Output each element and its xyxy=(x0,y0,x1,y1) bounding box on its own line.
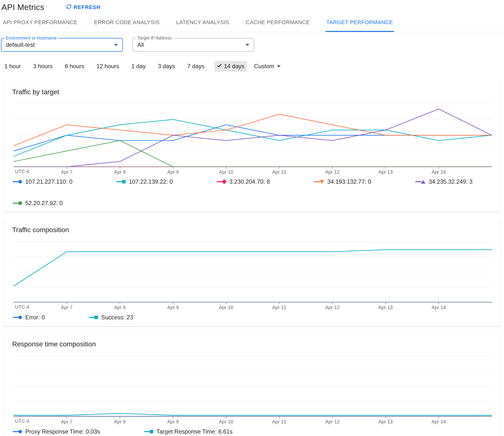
legend-item[interactable]: 52.20.27.92: 0 xyxy=(13,200,63,207)
chart-legend: Proxy Response Time: 0.03sTarget Respons… xyxy=(12,425,492,436)
legend-item[interactable]: 107.21.227.110: 0 xyxy=(13,178,73,185)
environment-select-label: Environment or Hostname xyxy=(4,36,58,41)
tabbar: API PROXY PERFORMANCEERROR CODE ANALYSIS… xyxy=(0,15,504,32)
svg-text:Apr 14: Apr 14 xyxy=(431,305,446,310)
refresh-icon xyxy=(66,4,72,11)
check-icon xyxy=(217,63,222,70)
environment-select-value: default-test xyxy=(6,41,114,48)
target-ip-select-label: Target IP Address xyxy=(136,36,173,41)
refresh-button[interactable]: REFRESH xyxy=(66,4,101,11)
svg-text:Apr 8: Apr 8 xyxy=(114,419,126,424)
time-range-row: 1 hour3 hours6 hours12 hours1 day3 days7… xyxy=(0,55,504,76)
svg-text:Apr 9: Apr 9 xyxy=(167,305,179,310)
legend-label: 107.21.227.110: 0 xyxy=(25,178,73,185)
chart-title: Traffic composition xyxy=(12,226,492,234)
svg-text:Apr 11: Apr 11 xyxy=(272,419,287,424)
svg-text:Apr 10: Apr 10 xyxy=(219,169,233,175)
chart-legend: Error: 0Success: 23 xyxy=(12,311,492,322)
legend-item[interactable]: Proxy Response Time: 0.03s xyxy=(13,428,100,435)
chart-card-response-time-composition: Response time compositionUTC-4Apr 7Apr 8… xyxy=(4,333,500,436)
chart-card-traffic-composition: Traffic compositionUTC-4Apr 7Apr 8Apr 9A… xyxy=(4,219,500,326)
chevron-down-icon xyxy=(114,44,118,46)
svg-text:Apr 7: Apr 7 xyxy=(61,305,73,310)
time-range-14-days[interactable]: 14 days xyxy=(214,61,247,72)
chart-plot: UTC-4Apr 7Apr 8Apr 9Apr 10Apr 11Apr 12Ap… xyxy=(12,355,492,425)
svg-text:Apr 13: Apr 13 xyxy=(378,169,393,175)
legend-label: 34.193.132.77: 0 xyxy=(327,178,371,185)
svg-text:Apr 12: Apr 12 xyxy=(325,305,340,310)
svg-text:Apr 13: Apr 13 xyxy=(378,419,393,424)
chart-legend: 107.21.227.110: 0107.22.139.22: 03.230.2… xyxy=(12,175,492,208)
environment-select[interactable]: Environment or Hostname default-test xyxy=(1,38,123,52)
svg-text:Apr 14: Apr 14 xyxy=(431,169,446,175)
legend-label: 34.235.32.249: 3 xyxy=(429,178,473,185)
chart-title: Traffic by target xyxy=(12,88,492,96)
legend-item[interactable]: 3.230.204.70: 8 xyxy=(217,178,270,185)
svg-text:UTC-4: UTC-4 xyxy=(15,304,29,310)
legend-item[interactable]: 107.22.139.22: 0 xyxy=(116,178,173,185)
time-range-custom[interactable]: Custom xyxy=(254,63,281,70)
time-range-7-days[interactable]: 7 days xyxy=(185,61,207,72)
time-range-6-hours[interactable]: 6 hours xyxy=(62,61,87,72)
legend-label: Proxy Response Time: 0.03s xyxy=(25,428,100,435)
tab-cache-performance[interactable]: CACHE PERFORMANCE xyxy=(245,15,311,32)
time-range-3-hours[interactable]: 3 hours xyxy=(31,61,55,72)
legend-item[interactable]: Error: 0 xyxy=(13,314,45,321)
svg-text:Apr 11: Apr 11 xyxy=(272,305,287,310)
legend-item[interactable]: 34.193.132.77: 0 xyxy=(314,178,371,185)
svg-text:UTC-4: UTC-4 xyxy=(15,169,29,174)
time-range-1-hour[interactable]: 1 hour xyxy=(2,61,23,72)
svg-text:Apr 11: Apr 11 xyxy=(272,169,287,175)
time-range-1-day[interactable]: 1 day xyxy=(129,61,148,72)
legend-item[interactable]: Target Response Time: 8.61s xyxy=(144,428,233,435)
svg-text:Apr 13: Apr 13 xyxy=(378,305,393,310)
chevron-down-icon xyxy=(277,65,281,67)
tab-error-code-analysis[interactable]: ERROR CODE ANALYSIS xyxy=(93,15,161,32)
legend-label: 52.20.27.92: 0 xyxy=(25,200,63,207)
svg-text:Apr 14: Apr 14 xyxy=(431,419,446,424)
svg-text:Apr 10: Apr 10 xyxy=(219,305,233,310)
svg-text:Apr 10: Apr 10 xyxy=(219,419,233,424)
svg-text:Apr 8: Apr 8 xyxy=(114,169,126,175)
legend-item[interactable]: Success: 23 xyxy=(89,314,133,321)
chart-plot: UTC-4Apr 7Apr 8Apr 9Apr 10Apr 11Apr 12Ap… xyxy=(12,103,492,175)
target-ip-select[interactable]: Target IP Address All xyxy=(132,38,254,52)
chevron-down-icon xyxy=(245,44,249,46)
svg-text:Apr 8: Apr 8 xyxy=(114,305,126,310)
time-range-12-hours[interactable]: 12 hours xyxy=(94,61,121,72)
svg-text:UTC-4: UTC-4 xyxy=(15,418,29,424)
target-ip-select-value: All xyxy=(137,41,245,48)
legend-label: Error: 0 xyxy=(25,314,45,321)
chart-card-traffic-by-target: Traffic by targetUTC-4Apr 7Apr 8Apr 9Apr… xyxy=(4,81,500,212)
svg-text:Apr 9: Apr 9 xyxy=(167,169,179,175)
svg-text:Apr 7: Apr 7 xyxy=(61,419,73,424)
legend-label: Target Response Time: 8.61s xyxy=(157,428,233,435)
time-range-3-days[interactable]: 3 days xyxy=(155,61,177,72)
chart-plot: UTC-4Apr 7Apr 8Apr 9Apr 10Apr 11Apr 12Ap… xyxy=(12,241,492,311)
page-title: API Metrics xyxy=(1,2,44,12)
legend-label: 107.22.139.22: 0 xyxy=(129,178,173,185)
legend-item[interactable]: 34.235.32.249: 3 xyxy=(415,178,473,185)
refresh-label: REFRESH xyxy=(74,4,101,10)
tab-target-performance[interactable]: TARGET PERFORMANCE xyxy=(326,15,394,32)
chart-title: Response time composition xyxy=(12,340,492,348)
svg-text:Apr 12: Apr 12 xyxy=(325,419,340,424)
svg-text:Apr 12: Apr 12 xyxy=(325,169,340,175)
svg-text:Apr 7: Apr 7 xyxy=(61,169,73,175)
svg-text:Apr 9: Apr 9 xyxy=(167,419,179,424)
tab-api-proxy-performance[interactable]: API PROXY PERFORMANCE xyxy=(2,15,78,32)
legend-label: Success: 23 xyxy=(101,314,133,321)
tab-latency-analysis[interactable]: LATENCY ANALYSIS xyxy=(175,15,230,32)
legend-label: 3.230.204.70: 8 xyxy=(229,178,270,185)
